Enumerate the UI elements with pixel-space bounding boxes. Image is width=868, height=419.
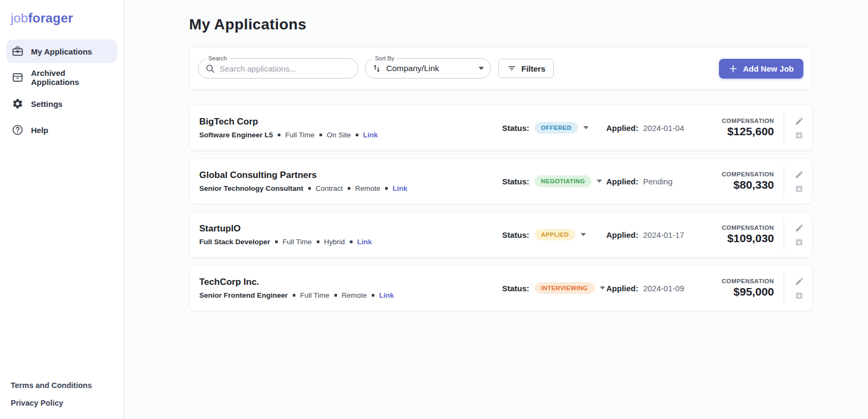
- job-meta: Software Engineer L5 Full Time On Site L…: [199, 131, 502, 139]
- gear-icon: [12, 98, 24, 110]
- briefcase-icon: [12, 45, 24, 57]
- status-dropdown-icon[interactable]: [597, 180, 602, 183]
- job-info: Global Consulting Partners Senior Techno…: [199, 170, 502, 192]
- toolbar: Search Sort By Company/Link Filters Add …: [189, 47, 812, 90]
- add-new-job-label: Add New Job: [743, 64, 794, 73]
- sidebar-item-my-applications[interactable]: My Applications: [6, 40, 117, 63]
- archive-box-icon: [795, 184, 803, 193]
- card-divider: [784, 166, 784, 197]
- compensation-group: COMPENSATION $109,030: [703, 224, 774, 245]
- status-group: Status: APPLIED: [502, 229, 606, 240]
- edit-button[interactable]: [795, 277, 804, 286]
- sidebar-item-label: My Applications: [31, 47, 92, 56]
- chevron-down-icon: [479, 67, 484, 70]
- card-divider: [784, 273, 784, 304]
- status-badge[interactable]: APPLIED: [535, 229, 575, 240]
- location-type: Remote: [342, 291, 367, 299]
- privacy-link[interactable]: Privacy Policy: [11, 399, 92, 407]
- company-name: StartupIO: [199, 223, 502, 234]
- sidebar-item-help[interactable]: Help: [6, 118, 117, 142]
- pencil-icon: [795, 277, 804, 286]
- card-actions: [792, 277, 807, 300]
- archive-button[interactable]: [795, 131, 803, 139]
- search-field[interactable]: Search: [198, 58, 358, 79]
- sidebar-item-settings[interactable]: Settings: [6, 92, 117, 115]
- sort-field-label: Sort By: [372, 55, 397, 61]
- application-card: Global Consulting Partners Senior Techno…: [189, 158, 812, 204]
- bullet-separator: [317, 240, 319, 243]
- pencil-icon: [795, 117, 804, 126]
- card-actions: [792, 223, 807, 246]
- archive-button[interactable]: [795, 291, 803, 300]
- applied-group: Applied: Pending: [606, 177, 703, 186]
- applied-label: Applied:: [606, 284, 638, 293]
- compensation-value: $80,330: [703, 179, 774, 191]
- add-new-job-button[interactable]: Add New Job: [719, 59, 803, 79]
- status-group: Status: OFFERED: [502, 122, 606, 134]
- applied-date: 2024-01-09: [643, 284, 684, 293]
- application-card: StartupIO Full Stack Developer Full Time…: [189, 212, 812, 258]
- status-dropdown-icon[interactable]: [600, 286, 605, 290]
- bullet-separator: [348, 187, 350, 190]
- employment-type: Full Time: [300, 291, 330, 299]
- employment-type: Contract: [316, 184, 343, 192]
- compensation-value: $125,600: [703, 125, 774, 138]
- edit-button[interactable]: [795, 223, 804, 232]
- job-info: BigTech Corp Software Engineer L5 Full T…: [199, 117, 502, 139]
- applied-label: Applied:: [606, 123, 638, 133]
- bullet-separator: [334, 294, 337, 297]
- company-name: Global Consulting Partners: [199, 170, 502, 181]
- status-dropdown-icon[interactable]: [583, 126, 589, 129]
- app-logo: jobforager: [6, 10, 117, 26]
- job-info: StartupIO Full Stack Developer Full Time…: [199, 223, 502, 246]
- logo-suffix: forager: [28, 11, 73, 25]
- status-dropdown-icon[interactable]: [581, 233, 586, 236]
- archive-button[interactable]: [795, 184, 803, 193]
- compensation-label: COMPENSATION: [703, 224, 774, 231]
- card-actions: [792, 117, 807, 139]
- compensation-group: COMPENSATION $95,000: [703, 278, 774, 298]
- sort-arrows-icon: [372, 64, 381, 73]
- sidebar-footer: Terms and Conditions Privacy Policy: [11, 381, 92, 407]
- card-actions: [792, 170, 807, 193]
- bullet-separator: [308, 187, 311, 190]
- job-role: Senior Technology Consultant: [199, 184, 303, 192]
- archive-box-icon: [795, 131, 803, 139]
- edit-button[interactable]: [795, 117, 804, 126]
- sidebar-nav: My Applications Archived Applications Se…: [6, 40, 117, 142]
- edit-button[interactable]: [795, 170, 804, 179]
- job-role: Senior Frontend Engineer: [199, 291, 288, 299]
- job-link[interactable]: Link: [357, 238, 372, 246]
- search-input[interactable]: [220, 64, 350, 73]
- filters-button[interactable]: Filters: [498, 59, 554, 78]
- sidebar-item-archived-applications[interactable]: Archived Applications: [6, 66, 117, 89]
- status-group: Status: NEGOTIATING: [502, 175, 606, 187]
- job-link[interactable]: Link: [363, 131, 378, 139]
- page-title: My Applications: [189, 16, 812, 33]
- archive-button[interactable]: [795, 238, 803, 246]
- applied-group: Applied: 2024-01-17: [606, 230, 703, 239]
- terms-link[interactable]: Terms and Conditions: [11, 381, 92, 390]
- bullet-separator: [275, 240, 278, 243]
- pencil-icon: [795, 170, 804, 179]
- sort-by-select[interactable]: Sort By Company/Link: [365, 58, 491, 79]
- search-icon: [205, 64, 215, 74]
- bullet-separator: [319, 134, 322, 136]
- compensation-label: COMPENSATION: [703, 171, 774, 177]
- help-icon: [12, 124, 24, 136]
- job-link[interactable]: Link: [393, 184, 408, 192]
- bullet-separator: [278, 134, 280, 136]
- status-badge[interactable]: OFFERED: [535, 122, 578, 134]
- bullet-separator: [356, 134, 358, 136]
- status-badge[interactable]: NEGOTIATING: [535, 175, 591, 187]
- search-field-label: Search: [206, 55, 230, 61]
- status-group: Status: INTERVIEWING: [502, 282, 606, 294]
- job-info: TechCorp Inc. Senior Frontend Engineer F…: [199, 277, 502, 299]
- employment-type: Full Time: [283, 238, 312, 246]
- applied-date: 2024-01-04: [643, 123, 684, 133]
- application-card: TechCorp Inc. Senior Frontend Engineer F…: [189, 265, 812, 311]
- logo-prefix: job: [11, 11, 28, 25]
- compensation-label: COMPENSATION: [703, 118, 774, 124]
- status-badge[interactable]: INTERVIEWING: [535, 282, 595, 294]
- job-link[interactable]: Link: [379, 291, 394, 299]
